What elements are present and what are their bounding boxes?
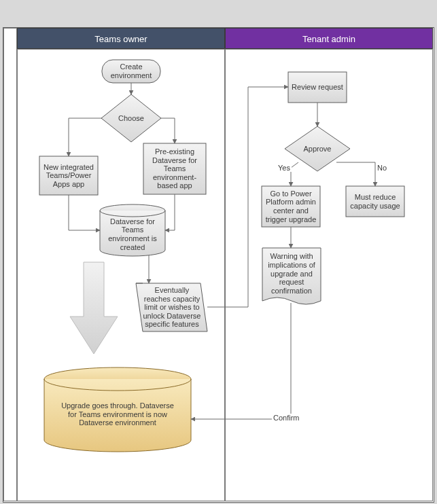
- node-new-integrated-app: New integrated Teams/Power Apps app: [39, 156, 98, 195]
- edge-label-confirm: Confirm: [272, 414, 301, 422]
- lane-header-label: Teams owner: [94, 34, 147, 44]
- node-approve: Approve: [297, 142, 338, 156]
- node-create-environment: Create environment: [102, 60, 160, 83]
- lane-body-tenant-admin: [225, 49, 433, 501]
- node-upgrade-through: Upgrade goes through. Dataverse for Team…: [56, 391, 179, 438]
- lane-header-label: Tenant admin: [302, 34, 355, 44]
- edge-label-yes: Yes: [277, 164, 292, 172]
- edge-label-no: No: [376, 164, 388, 172]
- node-warning-confirmation: Warning with implications of upgrade and…: [262, 249, 321, 298]
- swimlane-pool: Teams owner Tenant admin: [3, 27, 434, 503]
- node-capacity-limit: Eventually reaches capacity limit or wis…: [140, 285, 204, 330]
- lane-header-tenant-admin: Tenant admin: [225, 28, 433, 49]
- node-preexisting-app: Pre-existing Dataverse for Teams environ…: [143, 143, 206, 194]
- node-reduce-capacity: Must reduce capacity usage: [346, 186, 404, 217]
- node-go-admin-center: Go to Power Platform admin center and tr…: [262, 186, 320, 227]
- node-review-request: Review request: [288, 72, 347, 103]
- pool-tab: [3, 28, 17, 501]
- node-dataverse-created: Dataverse for Teams environment is creat…: [102, 217, 163, 252]
- lane-header-teams-owner: Teams owner: [17, 28, 225, 49]
- node-choose: Choose: [111, 111, 152, 125]
- diagram-root: Teams owner Tenant admin: [0, 0, 437, 504]
